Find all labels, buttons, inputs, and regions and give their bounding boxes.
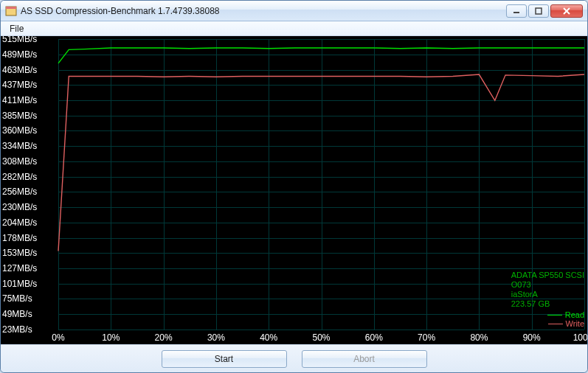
drive-info: ADATA SP550 SCSIO073iaStorA223.57 GB	[511, 271, 584, 309]
legend-read: Read	[547, 310, 584, 319]
close-button[interactable]	[550, 4, 583, 18]
maximize-button[interactable]	[528, 4, 549, 18]
menu-file[interactable]: File	[5, 23, 28, 35]
legend-label-read: Read	[565, 310, 584, 319]
drive-info-l4: 223.57 GB	[511, 299, 584, 309]
svg-rect-1	[6, 7, 16, 9]
titlebar[interactable]: AS SSD Compression-Benchmark 1.7.4739.38…	[1, 1, 587, 21]
minimize-button[interactable]	[506, 4, 527, 18]
legend-label-write: Write	[566, 319, 584, 328]
abort-button[interactable]: Abort	[302, 350, 427, 368]
legend: ReadWrite	[547, 310, 584, 328]
legend-swatch-read	[547, 315, 562, 316]
chart-area: 515MB/s489MB/s463MB/s437MB/s411MB/s385MB…	[1, 36, 587, 344]
button-row: Start Abort	[1, 344, 587, 372]
plot-svg	[1, 36, 587, 344]
app-icon	[5, 5, 17, 17]
legend-swatch-write	[548, 324, 563, 324]
app-window: AS SSD Compression-Benchmark 1.7.4739.38…	[0, 0, 588, 373]
drive-info-l1: ADATA SP550 SCSI	[511, 271, 584, 280]
start-button[interactable]: Start	[162, 350, 287, 368]
menubar: File	[1, 21, 587, 36]
drive-info-l3: iaStorA	[511, 290, 584, 299]
drive-info-l2: O073	[511, 280, 584, 290]
window-buttons	[506, 4, 583, 18]
series-read	[58, 48, 584, 63]
svg-rect-3	[536, 8, 542, 14]
series-write	[58, 74, 584, 251]
window-title: AS SSD Compression-Benchmark 1.7.4739.38…	[21, 6, 506, 16]
legend-write: Write	[548, 319, 584, 328]
